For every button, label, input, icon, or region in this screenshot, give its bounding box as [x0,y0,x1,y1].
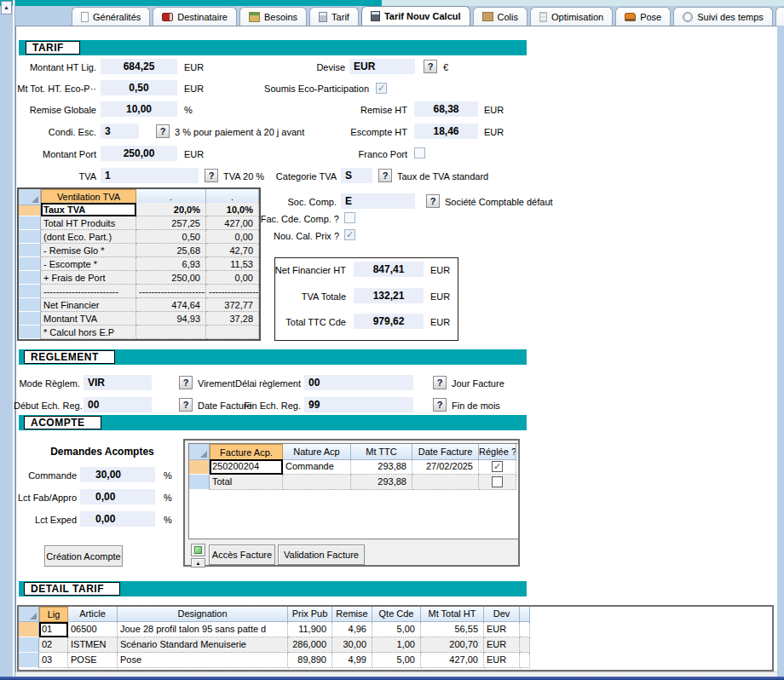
reglee-checkbox[interactable]: ✓ [492,461,503,472]
ventilation-cell[interactable]: 10,0% [206,203,259,216]
ventilation-cell[interactable]: 372,77 [206,298,259,312]
detail-header[interactable]: Prix Pub [288,607,332,622]
detail-cell-remise[interactable]: 4,99 [332,653,372,668]
ventilation-cell[interactable]: Montant TVA [41,312,136,326]
row-selector[interactable] [19,257,41,271]
tab-suivi-des-temps[interactable]: Suivi des temps [673,7,773,26]
delai-reglement-help-button[interactable]: ? [433,376,447,389]
detail-cell-qte[interactable]: 5,00 [372,653,421,668]
ventilation-cell[interactable]: Total HT Produits [41,216,136,230]
remise-globale-field[interactable]: 10,00 [101,101,177,117]
ventilation-cell[interactable]: Net Financier [41,298,136,312]
tab-generalites[interactable]: Généralités [72,7,150,26]
detail-cell-remise[interactable]: 4,96 [332,622,372,637]
soc-comp-field[interactable]: E [341,193,415,209]
tab-optimisation[interactable]: Optimisation [530,7,613,26]
detail-cell-designation[interactable]: Pose [118,653,288,668]
detail-cell-lig[interactable]: 03 [39,653,68,668]
detail-cell-lig[interactable]: 01 [39,622,68,637]
fac-cde-comp-checkbox[interactable] [344,212,355,223]
ventilation-cell[interactable]: ------------------------ [136,285,206,298]
acces-facture-button[interactable]: Accès Facture [209,545,275,565]
fin-ech-reg-help-button[interactable]: ? [433,398,447,412]
tab-tarif-nouv-calcul[interactable]: Tarif Nouv Calcul [361,6,470,26]
ventilation-cell[interactable]: 6,93 [136,257,206,271]
row-selector[interactable] [19,230,41,244]
commande-field[interactable]: 30,00 [80,467,155,482]
detail-header[interactable]: Designation [118,607,288,622]
mode-reglem-field[interactable]: VIR [84,375,152,390]
lct-fab-appro-field[interactable]: 0,00 [80,489,155,504]
acompte-header[interactable]: Réglée ? [479,444,516,460]
row-selector[interactable] [19,326,41,339]
detail-header[interactable]: Article [68,607,118,622]
devise-field[interactable]: EUR [349,59,415,74]
debut-ech-reg-help-button[interactable]: ? [179,398,193,412]
acompte-header[interactable]: Mt TTC [351,444,412,460]
ventilation-cell[interactable]: ------------------ [206,285,259,298]
ventilation-cell[interactable]: - Escompte * [41,257,136,271]
detail-cell-remise[interactable]: 30,00 [332,637,372,653]
ventilation-cell[interactable]: ------------------------ [41,285,136,298]
detail-cell-qte[interactable]: 5,00 [372,622,421,637]
detail-cell-article[interactable]: 06500 [68,622,118,637]
ventilation-cell[interactable]: Taux TVA [41,203,136,216]
row-selector[interactable] [19,653,39,668]
tva-help-button[interactable]: ? [205,169,218,182]
export-button[interactable] [191,544,205,556]
lct-exped-field[interactable]: 0,00 [80,511,155,527]
condi-esc-field[interactable]: 3 [101,124,139,139]
collapse-up-button[interactable]: ▲ [191,558,205,568]
acompte-cell-nature[interactable] [283,475,351,490]
acompte-cell-date[interactable] [412,475,479,490]
ventilation-corner-cell[interactable] [19,189,41,205]
detail-cell-prix[interactable]: 11,900 [288,622,332,637]
detail-cell-mt[interactable]: 427,00 [421,653,484,668]
montant-ht-lig-field[interactable]: 684,25 [101,59,177,74]
categorie-tva-field[interactable]: S [341,168,372,183]
row-selector[interactable] [189,475,210,490]
ventilation-cell[interactable]: 11,53 [206,257,259,271]
detail-cell-prix[interactable]: 89,890 [288,653,332,668]
soumis-eco-checkbox[interactable]: ✓ [376,83,387,94]
ventilation-cell[interactable]: 42,70 [206,244,259,257]
detail-header[interactable]: Dev [484,607,520,622]
detail-header[interactable]: Lig [39,607,68,622]
categorie-tva-help-button[interactable]: ? [378,169,392,182]
acompte-header[interactable]: Nature Acp [283,444,351,460]
ventilation-cell[interactable]: 94,93 [136,312,206,326]
mode-reglem-help-button[interactable]: ? [179,376,193,389]
row-selector[interactable] [19,622,39,637]
validation-facture-button[interactable]: Validation Facture [278,545,365,565]
tab-pose[interactable]: Pose [615,7,671,26]
detail-header[interactable]: Qte Cde [372,607,421,622]
detail-header[interactable]: Mt Total HT [421,607,484,622]
tab-besoins[interactable]: Besoins [239,7,307,26]
ventilation-cell[interactable]: 257,25 [136,216,206,230]
row-selector[interactable] [19,637,39,653]
tab-contacts[interactable]: Contacts [775,7,784,26]
detail-header[interactable]: Remise [332,607,372,622]
detail-cell-article[interactable]: POSE [68,653,118,668]
acompte-cell-facture[interactable]: Total [210,475,283,490]
acompte-cell-nature[interactable]: Commande [283,459,351,475]
debut-ech-reg-field[interactable]: 00 [84,397,152,412]
detail-cell-dev[interactable]: EUR [484,622,520,637]
detail-cell-dev[interactable]: EUR [484,653,520,668]
ventilation-cell[interactable]: + Frais de Port [41,271,136,285]
detail-cell-dev[interactable]: EUR [484,637,520,653]
detail-cell-mt[interactable]: 200,70 [421,637,484,653]
scroll-up-arrow[interactable]: ▲ [1,1,12,14]
total-ttc-cde-field[interactable]: 979,62 [354,314,424,329]
acompte-header[interactable]: Facture Acp. [210,444,283,460]
ventilation-cell[interactable]: 0,00 [206,230,259,244]
delai-reglement-field[interactable]: 00 [304,375,413,390]
acompte-cell-mt[interactable]: 293,88 [351,475,412,490]
acompte-cell-facture[interactable]: 250200204 [210,459,283,475]
acompte-header[interactable]: Date Facture [412,444,479,460]
acompte-cell-date[interactable]: 27/02/2025 [412,459,479,475]
escompte-ht-field[interactable]: 18,46 [414,124,478,139]
acompte-cell-mt[interactable]: 293,88 [351,459,412,475]
tab-destinataire[interactable]: Destinataire [153,7,237,26]
ventilation-cell[interactable]: 37,28 [206,312,259,326]
